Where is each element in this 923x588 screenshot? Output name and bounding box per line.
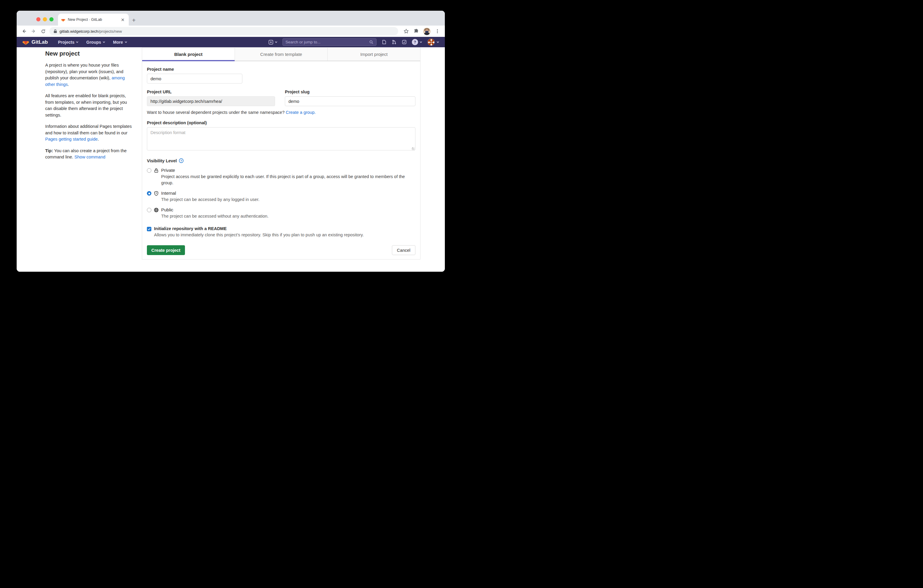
- help-icon: ?: [412, 39, 418, 45]
- project-description-label: Project description (optional): [147, 120, 416, 125]
- toolbar-actions: [403, 28, 441, 35]
- new-menu[interactable]: [268, 39, 278, 45]
- pages-guide-link[interactable]: Pages getting started guide: [45, 137, 98, 141]
- lock-icon: [154, 168, 159, 173]
- forward-icon[interactable]: [30, 28, 37, 34]
- gitlab-logo-icon: [22, 39, 29, 46]
- intro-paragraph-1: A project is where you house your files …: [45, 62, 132, 88]
- public-label: Public: [161, 207, 269, 212]
- browser-window: New Project · GitLab ✕ + gitlab.widgetco…: [16, 11, 445, 272]
- search-icon: [370, 40, 373, 44]
- chevron-down-icon: [275, 41, 278, 43]
- globe-icon: [154, 207, 159, 213]
- check-icon: [148, 227, 151, 231]
- new-project-intro: New project A project is where you house…: [45, 50, 132, 166]
- project-slug-label: Project slug: [285, 89, 416, 94]
- page-content: New project A project is where you house…: [16, 47, 445, 272]
- public-radio[interactable]: [147, 208, 151, 212]
- readme-checkbox[interactable]: [147, 227, 151, 231]
- visibility-help-icon[interactable]: ?: [179, 158, 184, 163]
- nav-menu-projects[interactable]: Projects: [55, 37, 82, 47]
- todos-icon[interactable]: [402, 39, 407, 44]
- tab-blank-project[interactable]: Blank project: [142, 48, 235, 61]
- chevron-down-icon: [125, 41, 127, 43]
- traffic-lights: [36, 17, 54, 21]
- page-title: New project: [45, 50, 132, 57]
- reload-icon[interactable]: [40, 28, 46, 34]
- private-description: Project access must be granted explicitl…: [161, 174, 412, 186]
- tip-paragraph: Tip: You can also create a project from …: [45, 148, 132, 161]
- internal-description: The project can be accessed by any logge…: [161, 197, 259, 203]
- project-type-tabs: Blank project Create from template Impor…: [142, 48, 420, 61]
- project-slug-input[interactable]: [285, 96, 416, 106]
- issues-icon[interactable]: [381, 39, 387, 44]
- url-path: /projects/new: [99, 29, 122, 34]
- merge-requests-icon[interactable]: [392, 39, 397, 44]
- tab-create-from-template[interactable]: Create from template: [235, 48, 328, 61]
- show-command-link[interactable]: Show command: [74, 154, 105, 159]
- brand-name: GitLab: [31, 39, 48, 45]
- global-search[interactable]: [282, 38, 376, 46]
- public-description: The project can be accessed without any …: [161, 213, 269, 219]
- visibility-option-public[interactable]: Public The project can be accessed witho…: [147, 207, 416, 219]
- intro-paragraph-3: Information about additional Pages templ…: [45, 123, 132, 143]
- zoom-window-icon[interactable]: [49, 17, 54, 21]
- minimize-window-icon[interactable]: [43, 17, 47, 21]
- visibility-option-internal[interactable]: Internal The project can be accessed by …: [147, 191, 416, 203]
- create-group-link[interactable]: Create a group.: [286, 110, 316, 115]
- chevron-down-icon: [420, 41, 422, 43]
- close-tab-icon[interactable]: ✕: [120, 17, 126, 23]
- project-name-label: Project name: [147, 67, 416, 72]
- browser-tab[interactable]: New Project · GitLab ✕: [58, 14, 129, 26]
- bookmark-star-icon[interactable]: [403, 28, 409, 34]
- new-project-panel: Blank project Create from template Impor…: [142, 48, 420, 260]
- address-bar[interactable]: gitlab.widgetcorp.tech/projects/new: [49, 27, 398, 35]
- project-description-textarea[interactable]: [147, 127, 416, 150]
- url-host: gitlab.widgetcorp.tech: [59, 29, 99, 34]
- project-url-input[interactable]: [147, 96, 275, 106]
- readme-label: Initialize repository with a README: [154, 226, 364, 231]
- search-input[interactable]: [286, 40, 368, 44]
- chevron-down-icon: [437, 41, 439, 43]
- intro-paragraph-2: All features are enabled for blank proje…: [45, 93, 132, 118]
- readme-description: Allows you to immediately clone this pro…: [154, 232, 364, 238]
- help-menu[interactable]: ?: [412, 39, 422, 45]
- extensions-icon[interactable]: [413, 28, 420, 34]
- chevron-down-icon: [76, 41, 79, 43]
- create-project-button[interactable]: Create project: [147, 245, 185, 255]
- user-avatar: [427, 38, 435, 46]
- gitlab-brand[interactable]: GitLab: [22, 39, 48, 46]
- visibility-level-label: Visibility Level: [147, 158, 177, 163]
- nav-menu-groups[interactable]: Groups: [83, 37, 108, 47]
- blank-project-form: Project name Project URL Project slug Wa…: [142, 61, 420, 259]
- cancel-button[interactable]: Cancel: [392, 245, 416, 255]
- namespace-hint: Want to house several dependent projects…: [147, 110, 416, 115]
- lock-icon: [54, 29, 57, 33]
- gitlab-navbar: GitLab Projects Groups More: [16, 37, 445, 47]
- internal-radio[interactable]: [147, 191, 151, 195]
- visibility-option-private[interactable]: Private Project access must be granted e…: [147, 168, 416, 186]
- back-icon[interactable]: [21, 28, 27, 34]
- browser-toolbar: gitlab.widgetcorp.tech/projects/new: [16, 26, 445, 37]
- project-url-label: Project URL: [147, 89, 275, 94]
- chevron-down-icon: [103, 41, 105, 43]
- shield-icon: [154, 191, 159, 196]
- internal-label: Internal: [161, 191, 259, 195]
- plus-square-icon: [268, 39, 274, 45]
- tab-import-project[interactable]: Import project: [328, 48, 420, 61]
- readme-option[interactable]: Initialize repository with a README Allo…: [147, 226, 416, 238]
- svg-text:?: ?: [181, 159, 182, 162]
- new-tab-icon[interactable]: +: [132, 17, 136, 23]
- gitlab-favicon-icon: [61, 18, 66, 22]
- private-radio[interactable]: [147, 168, 151, 173]
- titlebar: New Project · GitLab ✕ +: [16, 11, 445, 26]
- project-name-input[interactable]: [147, 74, 242, 84]
- browser-menu-icon[interactable]: [434, 28, 441, 34]
- nav-menu-more[interactable]: More: [110, 37, 130, 47]
- tab-title: New Project · GitLab: [68, 18, 117, 22]
- user-menu[interactable]: [427, 38, 439, 46]
- close-window-icon[interactable]: [36, 17, 41, 21]
- browser-profile-avatar[interactable]: [423, 28, 430, 35]
- private-label: Private: [161, 168, 412, 173]
